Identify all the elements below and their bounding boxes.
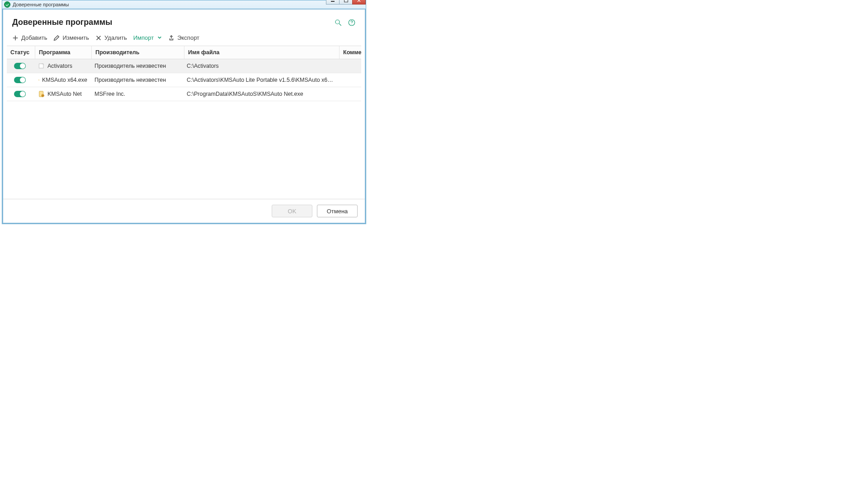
help-icon[interactable] [348, 19, 356, 27]
svg-rect-10 [39, 64, 43, 68]
edit-button[interactable]: Изменить [53, 33, 89, 42]
table-body: ActivatorsПроизводитель неизвестенC:\Act… [7, 59, 361, 199]
delete-button[interactable]: Удалить [95, 33, 127, 42]
delete-label: Удалить [104, 34, 127, 41]
x-icon [95, 35, 102, 41]
vendor-cell: Производитель неизвестен [91, 63, 183, 69]
table-row[interactable]: ActivatorsПроизводитель неизвестенC:\Act… [7, 59, 361, 73]
trusted-programs-table: Статус Программа Производитель Имя файла… [7, 46, 361, 199]
window-title: Доверенные программы [13, 2, 69, 7]
col-file[interactable]: Имя файла [184, 46, 340, 59]
dialog-footer: OK Отмена [3, 199, 365, 223]
status-toggle[interactable] [14, 77, 26, 83]
import-label: Импорт [133, 34, 154, 41]
svg-line-3 [339, 23, 341, 26]
titlebar[interactable]: Доверенные программы [2, 0, 366, 9]
folder-icon [38, 63, 45, 69]
file-cell: C:\Activators [183, 63, 338, 69]
add-button[interactable]: Добавить [12, 33, 47, 42]
chevron-down-icon [157, 34, 162, 41]
table-row[interactable]: KMSAuto x64.exeПроизводитель неизвестенC… [7, 73, 361, 87]
table-row[interactable]: KMSAuto NetMSFree Inc.C:\ProgramData\KMS… [7, 87, 361, 101]
maximize-button[interactable] [339, 0, 353, 5]
exe-icon [38, 91, 45, 97]
pencil-icon [53, 35, 60, 41]
col-program[interactable]: Программа [35, 46, 92, 59]
app-shield-icon [4, 1, 10, 8]
ok-button[interactable]: OK [272, 205, 312, 217]
vendor-cell: MSFree Inc. [91, 91, 183, 97]
col-status[interactable]: Статус [7, 46, 35, 59]
program-name: Activators [47, 63, 72, 69]
table-header: Статус Программа Производитель Имя файла… [7, 46, 361, 59]
dialog-header: Доверенные программы [3, 9, 365, 33]
exe-icon [38, 77, 39, 83]
cancel-button[interactable]: Отмена [317, 205, 358, 217]
export-button[interactable]: Экспорт [168, 33, 199, 42]
dialog-body: Доверенные программы Добавить Изменить [2, 9, 366, 224]
program-name: KMSAuto Net [47, 91, 82, 97]
window-controls [326, 0, 366, 5]
minimize-button[interactable] [326, 0, 340, 5]
file-cell: C:\ProgramData\KMSAutoS\KMSAuto Net.exe [183, 91, 338, 97]
svg-point-2 [335, 20, 340, 24]
file-cell: C:\Activators\KMSAuto Lite Portable v1.5… [183, 77, 338, 83]
dialog-title: Доверенные программы [12, 18, 329, 27]
col-vendor[interactable]: Производитель [92, 46, 184, 59]
app-window: Доверенные программы Доверенные программ… [2, 0, 366, 224]
col-comment[interactable]: Комментарий [340, 46, 361, 59]
edit-label: Изменить [62, 34, 89, 41]
export-label: Экспорт [177, 34, 199, 41]
svg-point-5 [351, 24, 352, 24]
vendor-cell: Производитель неизвестен [91, 77, 183, 83]
close-button[interactable] [352, 0, 366, 5]
status-toggle[interactable] [14, 91, 26, 97]
status-toggle[interactable] [14, 63, 26, 69]
export-icon [168, 35, 175, 41]
import-button[interactable]: Импорт [133, 33, 162, 42]
plus-icon [12, 35, 19, 41]
toolbar: Добавить Изменить Удалить Импорт [3, 33, 365, 46]
search-icon[interactable] [334, 19, 342, 27]
add-label: Добавить [21, 34, 47, 41]
program-name: KMSAuto x64.exe [42, 77, 87, 83]
